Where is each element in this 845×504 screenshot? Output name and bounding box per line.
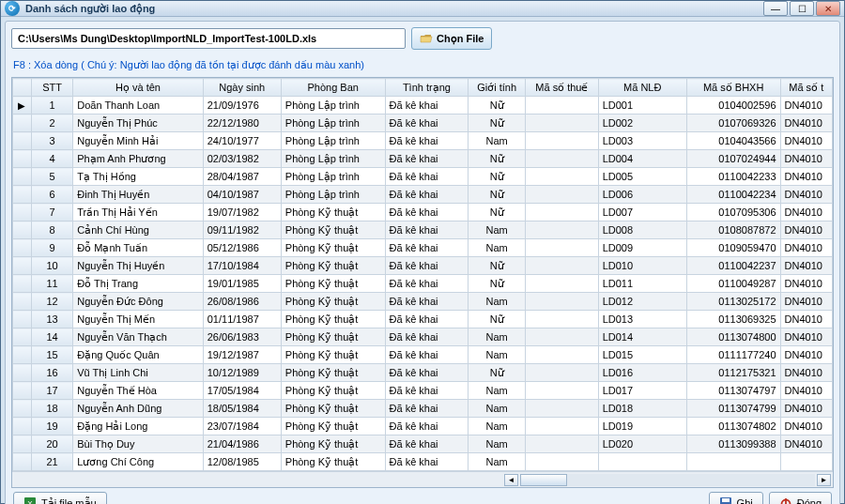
cell-bhxh[interactable]: 0113074802: [686, 418, 780, 435]
cell-tax[interactable]: [526, 364, 599, 382]
col-header-status[interactable]: Tình trạng: [385, 79, 469, 97]
cell-dept[interactable]: Phòng Kỹ thuật: [281, 346, 385, 364]
cell-tax[interactable]: [526, 311, 599, 328]
cell-name[interactable]: Vũ Thị Linh Chi: [73, 364, 203, 382]
cell-gender[interactable]: Nữ: [469, 311, 526, 328]
cell-dob[interactable]: 19/12/1987: [203, 346, 281, 364]
cell-dob[interactable]: 26/06/1983: [203, 328, 281, 346]
cell-status[interactable]: Đã kê khai: [385, 239, 469, 257]
cell-gender[interactable]: Nam: [469, 346, 526, 364]
cell-bhxh[interactable]: 0107069326: [686, 115, 780, 132]
cell-nld[interactable]: [598, 453, 686, 471]
cell-bhxh[interactable]: 0113074799: [686, 400, 780, 418]
col-header-taxid[interactable]: Mã số t: [780, 79, 832, 97]
cell-status[interactable]: Đã kê khai: [385, 328, 469, 346]
cell-gender[interactable]: Nam: [469, 239, 526, 257]
table-row[interactable]: 5Tạ Thị Hồng28/04/1987Phòng Lập trìnhĐã …: [13, 168, 833, 186]
cell-nld[interactable]: LD011: [598, 275, 686, 293]
cell-name[interactable]: Nguyễn Văn Thạch: [73, 328, 203, 346]
cell-gender[interactable]: Nữ: [469, 257, 526, 275]
cell-dob[interactable]: 02/03/1982: [203, 150, 281, 168]
cell-tax[interactable]: [526, 346, 599, 364]
cell-dept[interactable]: Phòng Kỹ thuật: [281, 257, 385, 275]
cell-gender[interactable]: Nữ: [469, 150, 526, 168]
table-row[interactable]: 19Đặng Hải Long23/07/1984Phòng Kỹ thuậtĐ…: [13, 418, 833, 435]
cell-dob[interactable]: 19/01/1985: [203, 275, 281, 293]
cell-status[interactable]: Đã kê khai: [385, 115, 469, 132]
cell-dept[interactable]: Phòng Kỹ thuật: [281, 453, 385, 471]
cell-tax[interactable]: [526, 115, 599, 132]
cell-status[interactable]: Đã kê khai: [385, 257, 469, 275]
cell-taxid[interactable]: [780, 453, 832, 471]
cell-tax[interactable]: [526, 168, 599, 186]
cell-name[interactable]: Nguyễn Thế Hòa: [73, 382, 203, 400]
cell-dob[interactable]: 18/05/1984: [203, 400, 281, 418]
cell-bhxh[interactable]: 0110042237: [686, 257, 780, 275]
cell-status[interactable]: Đã kê khai: [385, 382, 469, 400]
cell-bhxh[interactable]: 0110042233: [686, 168, 780, 186]
table-row[interactable]: 16Vũ Thị Linh Chi10/12/1989Phòng Kỹ thuậ…: [13, 364, 833, 382]
cell-nld[interactable]: LD015: [598, 346, 686, 364]
cell-taxid[interactable]: DN4010: [780, 132, 832, 150]
cell-nld[interactable]: LD010: [598, 257, 686, 275]
cell-dept[interactable]: Phòng Kỹ thuật: [281, 328, 385, 346]
cell-taxid[interactable]: DN4010: [780, 150, 832, 168]
table-row[interactable]: 11Đỗ Thị Trang19/01/1985Phòng Kỹ thuậtĐã…: [13, 275, 833, 293]
cell-dept[interactable]: Phòng Kỹ thuật: [281, 435, 385, 453]
data-grid[interactable]: STT Họ và tên Ngày sinh Phòng Ban Tình t…: [11, 77, 834, 488]
cell-status[interactable]: Đã kê khai: [385, 435, 469, 453]
cell-dob[interactable]: 21/04/1986: [203, 435, 281, 453]
cell-name[interactable]: Đỗ Mạnh Tuấn: [73, 239, 203, 257]
titlebar[interactable]: ⟳ Danh sách người lao động — ☐ ✕: [1, 1, 844, 17]
cell-gender[interactable]: Nam: [469, 328, 526, 346]
cell-dob[interactable]: 21/09/1976: [203, 97, 281, 115]
table-row[interactable]: 20Bùi Thọ Duy21/04/1986Phòng Kỹ thuậtĐã …: [13, 435, 833, 453]
table-row[interactable]: 13Nguyễn Thị Mến01/11/1987Phòng Kỹ thuật…: [13, 311, 833, 328]
col-header-dept[interactable]: Phòng Ban: [281, 79, 385, 97]
cell-dob[interactable]: 09/11/1982: [203, 221, 281, 239]
cell-tax[interactable]: [526, 293, 599, 311]
cell-name[interactable]: Trần Thị Hải Yến: [73, 204, 203, 221]
cell-status[interactable]: Đã kê khai: [385, 204, 469, 221]
cell-nld[interactable]: LD019: [598, 418, 686, 435]
cell-status[interactable]: Đã kê khai: [385, 293, 469, 311]
cell-bhxh[interactable]: 0107024944: [686, 150, 780, 168]
cell-nld[interactable]: LD014: [598, 328, 686, 346]
cell-nld[interactable]: LD020: [598, 435, 686, 453]
cell-taxid[interactable]: DN4010: [780, 400, 832, 418]
table-row[interactable]: 8Cảnh Chí Hùng09/11/1982Phòng Kỹ thuậtĐã…: [13, 221, 833, 239]
cell-name[interactable]: Nguyễn Thị Phúc: [73, 115, 203, 132]
cell-taxid[interactable]: DN4010: [780, 168, 832, 186]
cell-taxid[interactable]: DN4010: [780, 186, 832, 204]
cell-status[interactable]: Đã kê khai: [385, 346, 469, 364]
cell-tax[interactable]: [526, 453, 599, 471]
cell-tax[interactable]: [526, 328, 599, 346]
cell-status[interactable]: Đã kê khai: [385, 364, 469, 382]
table-row[interactable]: 14Nguyễn Văn Thạch26/06/1983Phòng Kỹ thu…: [13, 328, 833, 346]
cell-nld[interactable]: LD004: [598, 150, 686, 168]
cell-name[interactable]: Bùi Thọ Duy: [73, 435, 203, 453]
cell-name[interactable]: Nguyễn Đức Đông: [73, 293, 203, 311]
cell-dob[interactable]: 24/10/1977: [203, 132, 281, 150]
cell-bhxh[interactable]: 0113025172: [686, 293, 780, 311]
cell-nld[interactable]: LD013: [598, 311, 686, 328]
cell-bhxh[interactable]: 0111177240: [686, 346, 780, 364]
cell-nld[interactable]: LD017: [598, 382, 686, 400]
cell-tax[interactable]: [526, 418, 599, 435]
cell-gender[interactable]: Nam: [469, 435, 526, 453]
cell-tax[interactable]: [526, 97, 599, 115]
cell-bhxh[interactable]: 0113074797: [686, 382, 780, 400]
cell-dob[interactable]: 26/08/1986: [203, 293, 281, 311]
table-row[interactable]: 17Nguyễn Thế Hòa17/05/1984Phòng Kỹ thuật…: [13, 382, 833, 400]
cell-tax[interactable]: [526, 186, 599, 204]
cell-gender[interactable]: Nam: [469, 132, 526, 150]
cell-dept[interactable]: Phòng Kỹ thuật: [281, 293, 385, 311]
cell-bhxh[interactable]: 0104002596: [686, 97, 780, 115]
cell-tax[interactable]: [526, 150, 599, 168]
cell-tax[interactable]: [526, 204, 599, 221]
cell-nld[interactable]: LD012: [598, 293, 686, 311]
cell-dob[interactable]: 17/05/1984: [203, 382, 281, 400]
cell-status[interactable]: Đã kê khai: [385, 168, 469, 186]
cell-tax[interactable]: [526, 275, 599, 293]
cell-name[interactable]: Đinh Thị Huyền: [73, 186, 203, 204]
